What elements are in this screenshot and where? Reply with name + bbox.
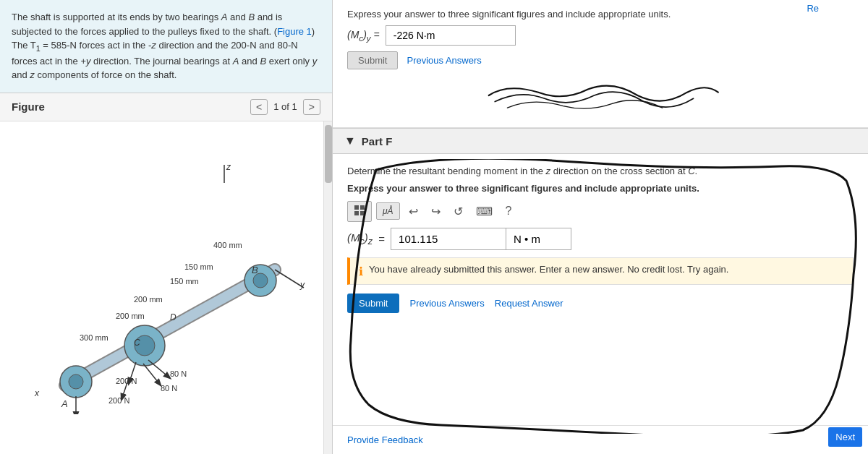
figure-prev-button[interactable]: < — [250, 99, 268, 115]
figure-header: Figure < 1 of 1 > — [0, 93, 332, 121]
top-instruction: Express your answer to three significant… — [347, 9, 854, 20]
svg-line-25 — [143, 364, 161, 385]
submit-button[interactable]: Submit — [347, 294, 399, 313]
figure-count: 1 of 1 — [273, 101, 297, 112]
svg-text:B: B — [252, 265, 258, 275]
left-panel: The shaft is supported at its ends by tw… — [0, 0, 333, 454]
re-label: Re — [807, 3, 819, 14]
svg-text:400 mm: 400 mm — [213, 241, 242, 249]
svg-point-8 — [69, 374, 83, 389]
part-f-unit-input[interactable] — [506, 228, 571, 250]
problem-text: The shaft is supported at its ends by tw… — [0, 0, 332, 93]
part-f-answer-row: (Mc)z = — [347, 228, 854, 250]
part-f-instruction2: Express your answer to three significant… — [347, 183, 854, 194]
part-f-header: ▼ Part F — [333, 128, 868, 154]
help-button[interactable]: ? — [501, 202, 516, 220]
svg-text:y: y — [299, 280, 305, 290]
mu-button[interactable]: μÅ — [376, 202, 400, 220]
svg-point-33 — [253, 273, 268, 288]
next-button[interactable]: Next — [828, 427, 862, 447]
svg-text:D: D — [170, 312, 176, 322]
svg-text:150 mm: 150 mm — [184, 262, 213, 271]
request-answer-link[interactable]: Request Answer — [495, 298, 563, 309]
top-equation-label: (Mc)y = — [347, 29, 380, 43]
svg-line-5 — [275, 270, 304, 288]
matrix-icon — [354, 207, 365, 218]
feedback-link[interactable]: Provide Feedback — [347, 434, 423, 445]
figure-nav: < 1 of 1 > — [250, 99, 320, 115]
submit-row: Submit Previous Answers Request Answer — [347, 294, 854, 313]
scribble-svg — [347, 74, 854, 117]
equation-toolbar: μÅ ↩ ↪ ↺ ⌨ ? — [347, 201, 854, 222]
svg-line-3 — [65, 270, 275, 385]
scrollbar-thumb — [325, 125, 332, 183]
part-f-eq-label: (Mc)z — [347, 231, 373, 247]
svg-rect-36 — [360, 205, 365, 210]
svg-text:A: A — [61, 398, 68, 409]
undo-button[interactable]: ↩ — [404, 202, 422, 221]
figure-title: Figure — [12, 100, 45, 113]
warning-text: You have already submitted this answer. … — [369, 264, 728, 275]
top-submit-row: Submit Previous Answers — [347, 51, 854, 69]
top-answer-section: Express your answer to three significant… — [333, 0, 868, 128]
reset-button[interactable]: ↺ — [449, 202, 467, 221]
svg-rect-38 — [360, 211, 365, 215]
figure-area: z x y A T₁ — [0, 121, 332, 454]
svg-text:200 mm: 200 mm — [134, 295, 163, 304]
right-panel: Re Express your answer to three signific… — [333, 0, 868, 454]
figure-link[interactable]: Figure 1 — [277, 26, 312, 37]
matrix-button[interactable] — [347, 201, 372, 222]
re-link[interactable]: Re — [801, 0, 825, 17]
svg-text:x: x — [34, 388, 40, 398]
next-btn-area: Next — [822, 427, 868, 447]
svg-text:C: C — [134, 338, 140, 348]
part-f-equals: = — [375, 233, 388, 245]
svg-text:300 mm: 300 mm — [80, 333, 109, 342]
part-f-answer-input[interactable] — [391, 228, 506, 250]
svg-rect-37 — [354, 211, 359, 215]
svg-text:z: z — [226, 162, 231, 172]
warning-box: ℹ You have already submitted this answer… — [347, 257, 854, 285]
figure-next-button[interactable]: > — [303, 99, 320, 115]
redo-button[interactable]: ↪ — [427, 202, 445, 221]
scribble-area — [347, 74, 854, 117]
svg-text:80 N: 80 N — [170, 369, 187, 378]
engineering-diagram: z x y A T₁ — [22, 161, 311, 414]
main-container: The shaft is supported at its ends by tw… — [0, 0, 868, 454]
svg-rect-35 — [354, 205, 359, 210]
svg-line-23 — [148, 360, 170, 378]
scrollbar[interactable] — [323, 121, 332, 454]
feedback-row: Provide Feedback — [333, 425, 868, 454]
part-f-content: Determine the resultant bending moment i… — [333, 154, 868, 330]
svg-text:200 N: 200 N — [109, 396, 129, 405]
part-f-title: Part F — [362, 135, 393, 147]
svg-text:80 N: 80 N — [161, 384, 177, 393]
warning-icon: ℹ — [359, 265, 363, 278]
part-f-instruction1: Determine the resultant bending moment i… — [347, 164, 854, 179]
keyboard-button[interactable]: ⌨ — [472, 202, 497, 221]
top-submit-button[interactable]: Submit — [347, 51, 398, 69]
figure-svg: z x y A T₁ — [0, 121, 332, 454]
svg-text:150 mm: 150 mm — [170, 277, 199, 286]
top-answer-row: (Mc)y = — [347, 25, 854, 46]
part-f-toggle[interactable]: ▼ — [344, 134, 356, 147]
svg-text:200 mm: 200 mm — [116, 312, 145, 320]
top-answer-input[interactable] — [386, 25, 516, 46]
top-prev-answers-link[interactable]: Previous Answers — [407, 55, 481, 66]
prev-answers-link[interactable]: Previous Answers — [409, 298, 484, 309]
